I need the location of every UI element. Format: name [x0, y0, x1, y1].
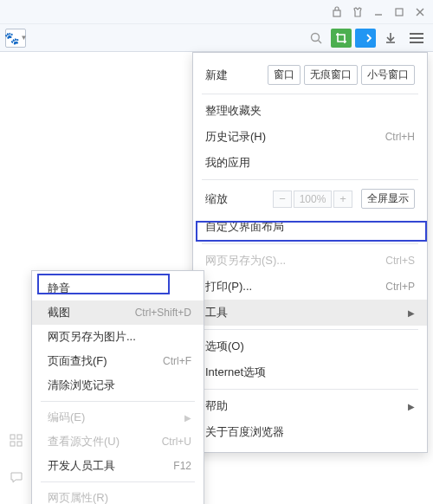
- submenu-mute[interactable]: 静音: [32, 276, 204, 300]
- submenu-find[interactable]: 页面查找(F)Ctrl+F: [32, 349, 204, 373]
- chevron-right-icon: ▶: [184, 413, 191, 423]
- bag-icon[interactable]: [329, 4, 345, 20]
- svg-rect-9: [10, 435, 15, 439]
- menu-myapps[interactable]: 我的应用: [193, 150, 427, 176]
- code-icon[interactable]: [355, 29, 376, 48]
- submenu-page-props[interactable]: 网页属性(R): [32, 486, 204, 504]
- chevron-right-icon: ▶: [408, 402, 415, 411]
- svg-rect-0: [333, 10, 340, 16]
- svg-line-6: [319, 40, 322, 43]
- toolbar: 🐾 ▼: [0, 24, 433, 52]
- content-area: 新建 窗口 无痕窗口 小号窗口 整理收藏夹 历史记录(H)Ctrl+H 我的应用…: [0, 52, 433, 504]
- menu-bookmarks[interactable]: 整理收藏夹: [193, 98, 427, 124]
- window-button[interactable]: 窗口: [268, 65, 301, 85]
- menu-label: 新建: [205, 68, 268, 83]
- main-menu: 新建 窗口 无痕窗口 小号窗口 整理收藏夹 历史记录(H)Ctrl+H 我的应用…: [192, 52, 428, 453]
- menu-help[interactable]: 帮助▶: [193, 393, 427, 419]
- svg-rect-10: [10, 442, 15, 446]
- menu-icon[interactable]: [405, 28, 428, 48]
- submenu-encoding[interactable]: 编码(E)▶: [32, 405, 204, 430]
- menu-save-as[interactable]: 网页另存为(S)...Ctrl+S: [193, 248, 427, 274]
- svg-rect-11: [17, 435, 22, 439]
- menu-tools[interactable]: 工具▶: [193, 300, 427, 326]
- zoom-out-button[interactable]: −: [273, 191, 292, 208]
- submenu-devtools[interactable]: 开发人员工具F12: [32, 454, 204, 478]
- shirt-icon[interactable]: [350, 4, 365, 20]
- menu-history[interactable]: 历史记录(H)Ctrl+H: [193, 124, 427, 150]
- maximize-icon[interactable]: [391, 4, 407, 20]
- crop-icon[interactable]: [331, 29, 352, 48]
- chevron-right-icon: ▶: [408, 308, 415, 318]
- menu-new: 新建 窗口 无痕窗口 小号窗口: [193, 60, 427, 90]
- chevron-down-icon: ▼: [21, 34, 28, 42]
- minimize-icon[interactable]: [371, 4, 386, 20]
- tools-submenu: 静音 截图Ctrl+Shift+D 网页另存为图片... 页面查找(F)Ctrl…: [31, 270, 204, 504]
- close-icon[interactable]: [412, 4, 428, 20]
- menu-print[interactable]: 打印(P)...Ctrl+P: [193, 274, 427, 300]
- fullscreen-button[interactable]: 全屏显示: [361, 189, 415, 209]
- menu-custom-layout[interactable]: 自定义界面布局: [193, 214, 427, 240]
- menu-zoom: 缩放 − 100% + 全屏显示: [193, 184, 427, 214]
- menu-about[interactable]: 关于百度浏览器: [193, 419, 427, 445]
- chat-icon[interactable]: [7, 468, 26, 487]
- zoom-value: 100%: [294, 191, 332, 208]
- zoom-in-button[interactable]: +: [333, 191, 352, 208]
- download-icon[interactable]: [379, 28, 402, 48]
- small-window-button[interactable]: 小号窗口: [361, 65, 415, 85]
- incognito-button[interactable]: 无痕窗口: [304, 65, 358, 85]
- svg-rect-2: [396, 9, 403, 16]
- svg-rect-12: [17, 442, 22, 446]
- menu-internet-options[interactable]: Internet选项: [193, 359, 427, 385]
- submenu-save-as-image[interactable]: 网页另存为图片...: [32, 325, 204, 349]
- grid-icon[interactable]: [7, 431, 26, 450]
- paw-icon: 🐾: [4, 31, 19, 45]
- titlebar: [0, 0, 433, 24]
- menu-options[interactable]: 选项(O): [193, 333, 427, 359]
- submenu-clear-data[interactable]: 清除浏览记录: [32, 373, 204, 397]
- home-button[interactable]: 🐾 ▼: [5, 29, 26, 48]
- submenu-screenshot[interactable]: 截图Ctrl+Shift+D: [32, 300, 204, 325]
- svg-point-5: [312, 33, 320, 41]
- submenu-view-source[interactable]: 查看源文件(U)Ctrl+U: [32, 430, 204, 454]
- search-icon[interactable]: [305, 28, 327, 48]
- left-dock: [7, 431, 26, 487]
